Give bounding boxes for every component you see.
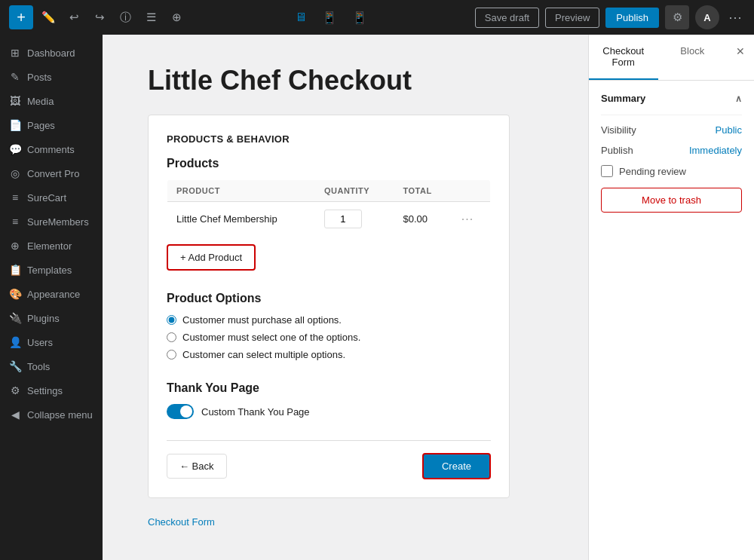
undo-icon[interactable]: ↩ [63,7,84,28]
radio-option-2[interactable]: Customer must select one of the options. [167,332,491,343]
col-product: PRODUCT [167,180,315,202]
sidebar-item-posts[interactable]: ✎ Posts [0,65,103,89]
sidebar-item-pages[interactable]: 📄 Pages [0,113,103,137]
tablet-view-icon[interactable]: 📱 [319,8,340,28]
breadcrumb[interactable]: Checkout Form [148,516,543,528]
content-area: Little Chef Checkout Products & Behavior… [103,35,588,560]
edit-icon[interactable]: ✏️ [38,7,59,28]
sidebar-item-suremembers[interactable]: ≡ SureMembers [0,210,103,234]
products-table: PRODUCT QUANTITY TOTAL Little Chef Membe… [167,179,491,237]
toolbar-center: 🖥 📱 📱 [193,8,469,28]
redo-icon[interactable]: ↪ [89,7,110,28]
visibility-label: Visibility [601,124,636,136]
card: Products & Behavior Products PRODUCT QUA… [148,115,510,498]
product-more[interactable]: ··· [452,202,491,237]
info-icon[interactable]: ⓘ [115,7,136,28]
chevron-up-icon[interactable]: ∧ [735,93,742,104]
radio-input-2[interactable] [167,332,176,342]
toggle-switch[interactable] [167,404,194,419]
publish-value[interactable]: Immediately [689,145,742,156]
product-name: Little Chef Membership [167,202,315,237]
col-actions [452,180,491,202]
add-block-button[interactable]: + [9,5,33,29]
circle-icon[interactable]: ⊕ [166,7,187,28]
sidebar-item-templates[interactable]: 📋 Templates [0,258,103,282]
publish-label: Publish [601,145,633,156]
summary-title: Summary ∧ [601,93,742,104]
avatar[interactable]: A [695,5,719,29]
back-button[interactable]: ← Back [167,454,227,479]
add-product-button[interactable]: + Add Product [167,244,256,271]
mobile-view-icon[interactable]: 📱 [349,8,370,28]
sidebar-item-convert-pro[interactable]: ◎ Convert Pro [0,161,103,185]
sidebar-item-comments[interactable]: 💬 Comments [0,137,103,161]
convert-pro-icon: ◎ [9,167,21,179]
table-row: Little Chef Membership $0.00 ··· [167,202,491,237]
templates-icon: 📋 [9,264,21,276]
sidebar-item-collapse[interactable]: ◀ Collapse menu [0,402,103,427]
toolbar: + ✏️ ↩ ↪ ⓘ ☰ ⊕ 🖥 📱 📱 Save draft Preview … [0,0,754,35]
panel-body: Summary ∧ Visibility Public Publish Imme… [589,81,754,560]
radio-label-2: Customer must select one of the options. [182,332,360,343]
panel-close-button[interactable]: ✕ [727,35,754,80]
desktop-view-icon[interactable]: 🖥 [292,8,310,28]
create-button[interactable]: Create [422,453,491,479]
col-quantity: QUANTITY [315,180,394,202]
publish-row: Publish Immediately [601,145,742,156]
radio-input-3[interactable] [167,350,176,360]
pending-review-checkbox[interactable] [601,165,613,177]
publish-button[interactable]: Publish [605,8,659,28]
sidebar-item-surecart[interactable]: ≡ SureCart [0,185,103,210]
pending-review-row: Pending review [601,165,742,177]
divider [601,115,742,115]
collapse-icon: ◀ [9,409,21,421]
sidebar-item-media[interactable]: 🖼 Media [0,89,103,113]
tools-icon: 🔧 [9,360,21,372]
product-options-title: Product Options [167,292,491,305]
sidebar-item-tools[interactable]: 🔧 Tools [0,354,103,378]
users-icon: 👤 [9,336,21,348]
tab-block[interactable]: Block [658,35,728,80]
pages-icon: 📄 [9,119,21,131]
tab-checkout-form[interactable]: Checkout Form [589,35,658,80]
quantity-input[interactable] [324,210,362,228]
products-title: Products [167,157,491,170]
thank-you-title: Thank You Page [167,381,491,395]
radio-label-3: Customer can select multiple options. [182,349,345,360]
preview-button[interactable]: Preview [545,8,599,28]
sidebar-item-elementor[interactable]: ⊕ Elementor [0,234,103,258]
radio-label-1: Customer must purchase all options. [182,314,342,326]
toggle-label: Custom Thank You Page [201,406,310,418]
page-title: Little Chef Checkout [148,65,543,96]
card-footer: ← Back Create [167,440,491,479]
sidebar-item-settings[interactable]: ⚙ Settings [0,378,103,402]
radio-option-3[interactable]: Customer can select multiple options. [167,349,491,360]
thank-you-section: Thank You Page Custom Thank You Page [167,381,491,419]
card-section-label: Products & Behavior [167,133,491,145]
sidebar-item-plugins[interactable]: 🔌 Plugins [0,306,103,330]
posts-icon: ✎ [9,71,21,83]
visibility-value[interactable]: Public [716,124,742,136]
settings-sidebar-icon: ⚙ [9,384,21,396]
radio-option-1[interactable]: Customer must purchase all options. [167,314,491,326]
product-total: $0.00 [394,202,452,237]
sidebar-item-users[interactable]: 👤 Users [0,330,103,354]
suremembers-icon: ≡ [9,216,21,228]
radio-input-1[interactable] [167,315,176,325]
more-options-icon[interactable]: ⋯ [725,9,745,26]
comments-icon: 💬 [9,143,21,155]
pending-review-label: Pending review [619,166,686,177]
list-view-icon[interactable]: ☰ [140,7,161,28]
row-more-icon[interactable]: ··· [461,213,474,225]
visibility-row: Visibility Public [601,124,742,136]
save-draft-button[interactable]: Save draft [475,8,539,28]
sidebar-item-dashboard[interactable]: ⊞ Dashboard [0,41,103,65]
move-to-trash-button[interactable]: Move to trash [601,188,742,213]
settings-icon[interactable]: ⚙ [665,5,689,29]
sidebar: ⊞ Dashboard ✎ Posts 🖼 Media 📄 Pages 💬 Co… [0,35,103,560]
toolbar-left: + ✏️ ↩ ↪ ⓘ ☰ ⊕ [9,5,187,29]
dashboard-icon: ⊞ [9,47,21,59]
product-options-section: Product Options Customer must purchase a… [167,292,491,360]
media-icon: 🖼 [9,95,21,107]
sidebar-item-appearance[interactable]: 🎨 Appearance [0,282,103,306]
